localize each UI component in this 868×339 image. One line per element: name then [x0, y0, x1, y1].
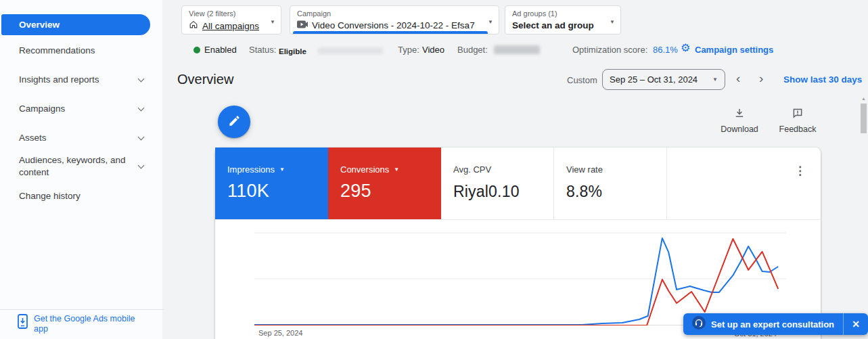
sidebar-item-recommendations[interactable]: Recommendations: [19, 45, 143, 57]
scorecard-avg-cpv[interactable]: Avg. CPV Riyal0.10: [441, 148, 553, 219]
download-label: Download: [721, 125, 758, 134]
expert-consultation-label: Set up an expert consultation: [711, 319, 834, 330]
expert-consultation-button[interactable]: Set up an expert consultation: [683, 313, 843, 335]
campaign-active-underline: [293, 31, 488, 34]
enabled-status-dot: [193, 47, 200, 53]
scorecard-value: Riyal0.10: [453, 183, 553, 201]
chevron-down-icon: [138, 75, 145, 82]
dropdown-arrow-icon: ▼: [394, 166, 399, 173]
dropdown-arrow-icon: ▼: [270, 19, 275, 25]
budget-label: Budget:: [457, 45, 488, 55]
scorecard-value: 295: [340, 181, 441, 202]
expert-consultation-banner: Set up an expert consultation ✕: [683, 313, 868, 335]
type-label: Type:: [398, 45, 419, 55]
show-last-30-days-link[interactable]: Show last 30 days: [783, 74, 862, 85]
campaign-filter-label: Campaign: [297, 9, 482, 18]
chevron-down-icon: [138, 104, 145, 111]
phone-download-icon: [18, 314, 28, 334]
scorecard-conversions[interactable]: Conversions ▼ 295: [328, 148, 441, 219]
view-filter-dropdown[interactable]: View (2 filters) All campaigns ▼: [181, 5, 281, 35]
scorecard-value: 110K: [227, 181, 328, 202]
scorecard-label: View rate: [566, 164, 603, 175]
date-range-custom-label: Custom: [567, 75, 597, 85]
dropdown-arrow-icon: ▼: [279, 166, 285, 173]
chart-line-impressions: [254, 238, 778, 325]
sidebar-item-label: Audiences, keywords, and content: [19, 154, 127, 179]
scrollbar-up-arrow-icon[interactable]: ▲: [861, 96, 866, 101]
status-value: Eligible: [279, 46, 306, 57]
redacted-budget-value: [494, 45, 540, 54]
mobile-app-label: Get the Google Ads mobile app: [34, 314, 137, 334]
chevron-down-icon: [138, 133, 145, 140]
scorecard-label: Avg. CPV: [453, 164, 491, 175]
headset-icon: [692, 316, 706, 332]
chevron-down-icon: [138, 162, 145, 168]
view-filter-value: All campaigns: [202, 20, 259, 32]
home-icon: [189, 20, 198, 32]
campaign-filter-dropdown[interactable]: Campaign Video Conversions - 2024-10-22 …: [290, 5, 499, 35]
sidebar-item-campaigns[interactable]: Campaigns: [19, 103, 143, 115]
download-button[interactable]: Download: [718, 107, 760, 134]
view-filter-label: View (2 filters): [189, 9, 265, 18]
dropdown-arrow-icon: ▼: [610, 19, 615, 25]
sidebar-item-change-history[interactable]: Change history: [19, 190, 143, 202]
type-value: Video: [422, 45, 444, 55]
gear-icon: ⚙: [681, 43, 690, 53]
scorecard-label: Impressions: [227, 164, 275, 175]
redacted-status-detail: [318, 47, 383, 54]
sidebar-nav: Overview Recommendations Insights and re…: [0, 0, 162, 339]
download-icon: [733, 107, 746, 122]
date-range-value: Sep 25 – Oct 31, 2024: [610, 74, 698, 85]
campaign-filter-value: Video Conversions - 2024-10-22 - Efsa7: [312, 20, 475, 31]
dropdown-arrow-icon: ▼: [488, 19, 493, 25]
feedback-button[interactable]: Feedback: [777, 107, 819, 134]
scorecard-label: Conversions: [340, 164, 389, 175]
ad-groups-filter-dropdown[interactable]: Ad groups (1) Select an ad group ▼: [505, 5, 621, 35]
optimization-score-label: Optimization score:: [572, 45, 647, 55]
ad-groups-filter-label: Ad groups (1): [512, 9, 604, 18]
scorecard-impressions[interactable]: Impressions ▼ 110K: [215, 148, 328, 219]
sidebar-item-label: Recommendations: [19, 45, 95, 57]
overview-chart: [254, 227, 786, 325]
scorecard-filler: ⋮: [666, 148, 821, 219]
sidebar-item-assets[interactable]: Assets: [19, 132, 143, 144]
chart-line-conversions: [254, 239, 778, 325]
banner-close-button[interactable]: ✕: [843, 313, 868, 335]
sidebar-item-insights-and-reports[interactable]: Insights and reports: [19, 74, 143, 86]
campaign-settings-link[interactable]: Campaign settings: [695, 45, 773, 55]
sidebar-item-audiences-keywords-content[interactable]: Audiences, keywords, and content: [19, 154, 143, 179]
sidebar-item-label: Campaigns: [19, 103, 65, 115]
status-label: Status:: [249, 45, 276, 55]
previous-date-range-button[interactable]: ‹: [736, 71, 740, 86]
feedback-icon: [792, 107, 804, 122]
feedback-label: Feedback: [779, 125, 817, 134]
sidebar-item-label: Assets: [19, 132, 47, 144]
sidebar-item-label: Change history: [19, 190, 81, 202]
enabled-status-text[interactable]: Enabled: [204, 45, 237, 55]
vertical-scrollbar-thumb[interactable]: [861, 104, 867, 133]
more-options-kebab-icon[interactable]: ⋮: [794, 164, 806, 178]
page-title: Overview: [177, 72, 233, 87]
sidebar-item-overview[interactable]: Overview: [1, 14, 150, 35]
scorecard-value: 8.8%: [566, 183, 666, 201]
mobile-app-link[interactable]: Get the Google Ads mobile app: [18, 314, 146, 334]
ad-groups-filter-value: Select an ad group: [512, 20, 594, 31]
pencil-icon: [228, 114, 241, 130]
edit-campaign-fab[interactable]: [218, 106, 250, 138]
date-range-selector[interactable]: Sep 25 – Oct 31, 2024 ▼: [602, 69, 725, 90]
scorecard-row: Impressions ▼ 110K Conversions ▼ 295 Avg…: [215, 148, 821, 220]
sidebar-item-label: Insights and reports: [19, 74, 99, 86]
dropdown-arrow-icon: ▼: [712, 76, 718, 83]
next-date-range-button[interactable]: ›: [759, 71, 763, 86]
optimization-score-value: 86.1%: [653, 45, 678, 55]
video-campaign-icon: [297, 20, 308, 31]
scorecard-view-rate[interactable]: View rate 8.8%: [553, 148, 666, 219]
sidebar-item-label: Overview: [19, 20, 60, 30]
close-icon: ✕: [852, 319, 860, 330]
sidebar-divider: [0, 309, 164, 310]
chart-x-axis-start-label: Sep 25, 2024: [258, 329, 302, 337]
overview-performance-card: Impressions ▼ 110K Conversions ▼ 295 Avg…: [215, 148, 821, 339]
